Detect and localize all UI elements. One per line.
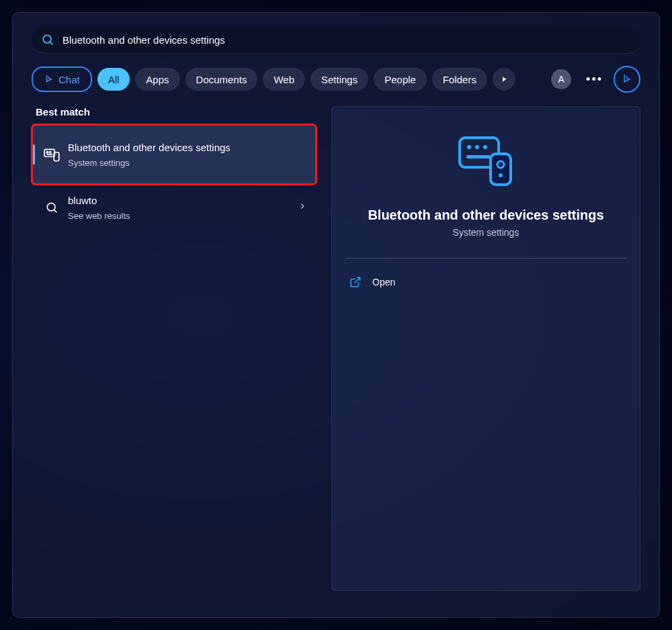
action-open[interactable]: Open xyxy=(345,271,626,294)
filters-scroll-right[interactable] xyxy=(493,68,515,91)
settings-panel-icon xyxy=(43,146,60,163)
bing-chat-button[interactable] xyxy=(614,66,640,93)
svg-point-7 xyxy=(47,203,55,211)
play-icon xyxy=(500,75,508,83)
search-bar[interactable] xyxy=(32,26,640,54)
filter-row: Chat All Apps Documents Web Settings Peo… xyxy=(32,66,640,93)
filter-people[interactable]: People xyxy=(374,68,427,91)
chevron-right-icon xyxy=(298,201,307,214)
results-column: Best match Bluetooth and other de xyxy=(13,106,318,232)
svg-rect-13 xyxy=(466,155,491,159)
filter-all[interactable]: All xyxy=(97,68,130,91)
result-title: Bluetooth and other devices settings xyxy=(68,141,243,154)
svg-line-1 xyxy=(50,42,53,45)
search-icon xyxy=(41,33,54,46)
search-panel: Chat All Apps Documents Web Settings Peo… xyxy=(12,12,660,618)
search-input[interactable] xyxy=(61,34,631,46)
user-avatar[interactable]: A xyxy=(551,69,571,89)
devices-hero-icon xyxy=(456,134,516,189)
selection-indicator xyxy=(33,144,35,165)
detail-subtitle: System settings xyxy=(453,227,519,238)
action-open-label: Open xyxy=(372,277,395,287)
result-subtitle: See web results xyxy=(68,211,298,221)
result-bluetooth-settings[interactable]: Bluetooth and other devices settings Sys… xyxy=(33,126,315,183)
result-subtitle: System settings xyxy=(68,158,307,168)
svg-point-4 xyxy=(50,152,51,153)
filter-web[interactable]: Web xyxy=(263,68,305,91)
open-icon xyxy=(349,276,362,288)
bing-icon xyxy=(44,74,54,85)
detail-panel: Bluetooth and other devices settings Sys… xyxy=(331,106,640,591)
result-title: bluwto xyxy=(68,194,243,208)
best-match-label: Best match xyxy=(36,106,318,118)
bing-chat-icon xyxy=(621,73,633,85)
chat-chip[interactable]: Chat xyxy=(32,66,92,92)
svg-point-11 xyxy=(475,145,479,149)
chat-label: Chat xyxy=(58,74,80,85)
detail-title: Bluetooth and other devices settings xyxy=(368,208,603,223)
svg-line-8 xyxy=(54,210,57,213)
svg-rect-14 xyxy=(491,154,511,185)
filter-documents[interactable]: Documents xyxy=(185,68,258,91)
svg-point-0 xyxy=(43,35,51,43)
svg-point-16 xyxy=(499,173,503,177)
svg-point-10 xyxy=(467,145,471,149)
svg-point-12 xyxy=(483,145,487,149)
search-icon xyxy=(45,201,58,214)
filter-apps[interactable]: Apps xyxy=(135,68,179,91)
more-button[interactable]: ••• xyxy=(581,73,608,87)
filter-settings[interactable]: Settings xyxy=(310,68,368,91)
result-web-bluwto[interactable]: bluwto See web results xyxy=(33,183,315,232)
svg-point-3 xyxy=(46,152,48,153)
filter-folders[interactable]: Folders xyxy=(432,68,487,91)
svg-line-17 xyxy=(355,277,360,283)
separator xyxy=(345,258,626,259)
